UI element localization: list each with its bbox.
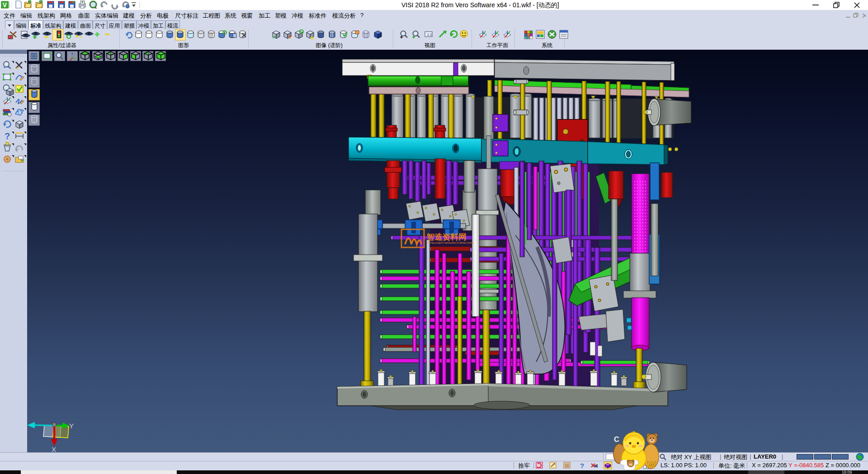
svg-text:Y: Y [69, 422, 74, 430]
svg-text:W: W [647, 460, 656, 470]
svg-text:?: ? [580, 462, 584, 469]
svg-text:C: C [614, 436, 619, 443]
svg-text:INTELLIGENT MANUFACTURING DATA: INTELLIGENT MANUFACTURING DATA [428, 242, 474, 244]
svg-text:智造资料网: 智造资料网 [426, 232, 467, 242]
